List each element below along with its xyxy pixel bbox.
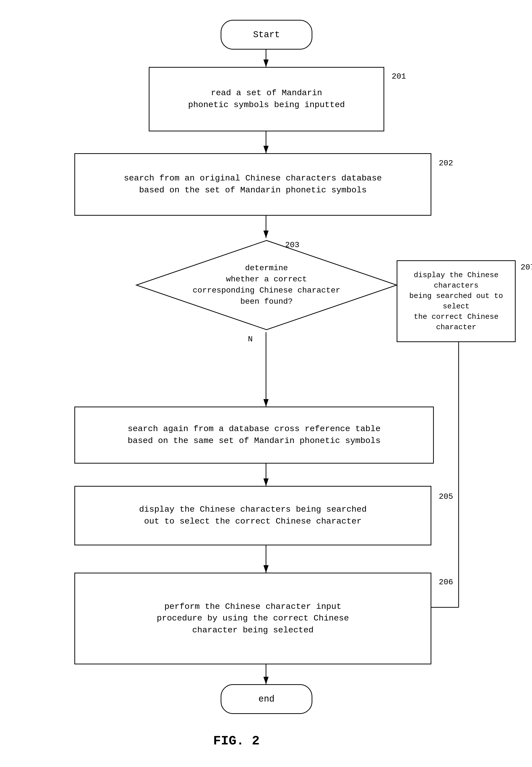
ref-201: 201 <box>392 72 406 81</box>
node-203-label: determine whether a correct correspondin… <box>193 263 340 307</box>
node-207-label: display the Chinese characters being sea… <box>404 270 508 332</box>
node-206-label: perform the Chinese character input proc… <box>157 601 349 636</box>
node-205-label: display the Chinese characters being sea… <box>139 504 367 527</box>
ref-207: 207 <box>521 263 532 272</box>
ref-205: 205 <box>439 492 453 501</box>
node-202-label: search from an original Chinese characte… <box>124 173 382 196</box>
node-204: search again from a database cross refer… <box>74 407 434 464</box>
node-201: read a set of Mandarin phonetic symbols … <box>149 67 384 131</box>
node-206: perform the Chinese character input proc… <box>74 573 431 664</box>
diagram-container: Start read a set of Mandarin phonetic sy… <box>0 0 532 767</box>
node-202: search from an original Chinese characte… <box>74 153 431 216</box>
ref-206: 206 <box>439 578 453 587</box>
node-205: display the Chinese characters being sea… <box>74 486 431 545</box>
node-204-label: search again from a database cross refer… <box>128 423 381 447</box>
end-label: end <box>259 694 275 704</box>
node-201-label: read a set of Mandarin phonetic symbols … <box>188 87 345 111</box>
node-207: display the Chinese characters being sea… <box>397 260 516 342</box>
n-label: N <box>248 335 253 344</box>
figure-caption: FIG. 2 <box>213 734 260 748</box>
end-terminal: end <box>221 684 312 714</box>
ref-202: 202 <box>439 159 453 168</box>
start-terminal: Start <box>221 20 312 50</box>
node-203-wrapper: determine whether a correct correspondin… <box>134 238 399 332</box>
start-label: Start <box>253 30 280 40</box>
